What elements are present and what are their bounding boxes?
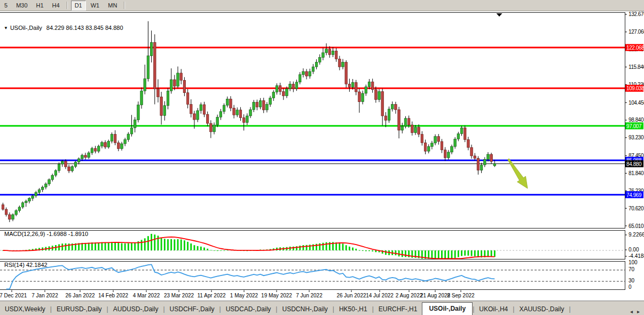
chart-ohlc-values: 84.229 86.143 83.845 84.880	[46, 25, 123, 31]
svg-text:11 Apr 2022: 11 Apr 2022	[197, 293, 226, 298]
svg-text:17 Dec 2021: 17 Dec 2021	[0, 293, 27, 298]
svg-text:65.010: 65.010	[629, 223, 644, 229]
chart-tab-usoil-daily[interactable]: USOil-,Daily	[422, 302, 473, 315]
svg-text:81.840: 81.840	[629, 170, 644, 176]
svg-text:14 Feb 2022: 14 Feb 2022	[98, 293, 129, 298]
svg-text:97.007: 97.007	[626, 123, 642, 129]
chart-tab-usdcnh-daily[interactable]: USDCNH-,Daily	[277, 303, 332, 315]
price-axis: 132.670127.060121.450115.840110.230104.4…	[625, 11, 644, 229]
svg-text:84.880: 84.880	[626, 161, 642, 167]
date-axis: 17 Dec 20217 Jan 202226 Jan 202214 Feb 2…	[0, 290, 475, 299]
svg-text:115.840: 115.840	[629, 64, 644, 70]
chart-title: ▼USOil-,Daily84.229 86.143 83.845 84.880	[4, 25, 123, 31]
svg-text:8 Sep 2022: 8 Sep 2022	[447, 293, 475, 298]
chart-tab-hk50-h1[interactable]: HK50-,H1	[334, 303, 372, 315]
svg-text:100: 100	[629, 259, 638, 265]
svg-text:0: 0	[629, 284, 632, 290]
svg-text:19 May 2022: 19 May 2022	[261, 293, 292, 298]
svg-text:7 Jan 2022: 7 Jan 2022	[32, 293, 58, 298]
svg-text:127.060: 127.060	[629, 29, 644, 35]
svg-text:4 Mar 2022: 4 Mar 2022	[133, 293, 160, 298]
macd-label: MACD(12,26,9) -1.6988 -1.8910	[4, 231, 88, 237]
timeframe-button-m30[interactable]: M30	[12, 1, 31, 11]
svg-text:23 Mar 2022: 23 Mar 2022	[164, 293, 194, 298]
svg-text:93.230: 93.230	[629, 135, 644, 140]
timeframe-button-w1[interactable]: W1	[87, 1, 104, 11]
svg-text:30: 30	[629, 278, 635, 284]
svg-text:26 Jun 2022: 26 Jun 2022	[336, 293, 366, 298]
svg-text:132.670: 132.670	[629, 11, 644, 17]
timeframe-button-h1[interactable]: H1	[33, 1, 48, 11]
symbol-dropdown-icon[interactable]: ▼	[4, 26, 8, 30]
timeframe-button-d1[interactable]: D1	[71, 1, 86, 11]
tab-scroll-left-icon[interactable]: ◂	[628, 308, 635, 315]
chart-window: 132.670127.060121.450115.840110.230104.4…	[0, 11, 644, 301]
timeframe-button-mn[interactable]: MN	[104, 1, 121, 11]
svg-text:2 Aug 2022: 2 Aug 2022	[396, 293, 423, 298]
rsi-label: RSI(14) 42.1842	[4, 262, 48, 268]
svg-text:0.00: 0.00	[629, 247, 639, 253]
chart-tab-audusd-daily[interactable]: AUDUSD-,Daily	[108, 303, 163, 315]
chart-symbol-label: USOil-,Daily	[10, 25, 42, 31]
chart-tab-eurchf-h1[interactable]: EURCHF-,H1	[374, 303, 422, 315]
svg-text:74.969: 74.969	[626, 192, 642, 198]
svg-text:9.2266: 9.2266	[629, 232, 644, 238]
svg-text:26 Jan 2022: 26 Jan 2022	[65, 293, 95, 298]
timeframe-button-5[interactable]: 5	[1, 1, 11, 11]
svg-text:70.620: 70.620	[629, 206, 644, 211]
svg-text:122.068: 122.068	[626, 45, 644, 51]
svg-text:104.450: 104.450	[629, 100, 644, 106]
svg-text:70: 70	[629, 266, 635, 272]
chart-tab-ukoil-h4[interactable]: UKOil-,H4	[474, 303, 513, 315]
chart-tab-eurusd-daily[interactable]: EURUSD-,Daily	[52, 303, 107, 315]
toolbar-separator	[67, 2, 68, 9]
svg-text:21 Aug 2022: 21 Aug 2022	[420, 293, 451, 298]
chart-tab-usdchf-daily[interactable]: USDCHF-,Daily	[165, 303, 219, 315]
chart-tab-usdx-weekly[interactable]: USDX,Weekly	[0, 303, 50, 315]
svg-text:14 Jul 2022: 14 Jul 2022	[366, 293, 394, 298]
svg-text:1 May 2022: 1 May 2022	[230, 293, 258, 298]
tab-scroll-right-icon[interactable]: ▸	[635, 308, 642, 315]
svg-text:109.038: 109.038	[626, 85, 644, 91]
svg-text:7 Jun 2022: 7 Jun 2022	[296, 293, 323, 298]
trading-platform-window: 5M30H1H4D1W1MN 132.670127.060121.450115.…	[0, 0, 644, 315]
chart-canvas[interactable]: 132.670127.060121.450115.840110.230104.4…	[0, 11, 644, 301]
chart-tabbar: USDX,Weekly|EURUSD-,Daily|AUDUSD-,Daily|…	[0, 301, 644, 315]
tab-separator: |	[569, 303, 570, 315]
chart-tab-usdcad-daily[interactable]: USDCAD-,Daily	[221, 303, 276, 315]
timeframe-button-h4[interactable]: H4	[49, 1, 64, 11]
tab-scroll-buttons: ◂▸	[628, 308, 644, 315]
svg-text:-4.4188: -4.4188	[629, 253, 644, 259]
svg-text:98.840: 98.840	[629, 117, 644, 123]
chart-tab-xauusd-daily[interactable]: XAUUSD-,Daily	[514, 303, 569, 315]
timeframe-toolbar: 5M30H1H4D1W1MN	[0, 0, 644, 11]
toolbar-separator	[124, 2, 125, 9]
